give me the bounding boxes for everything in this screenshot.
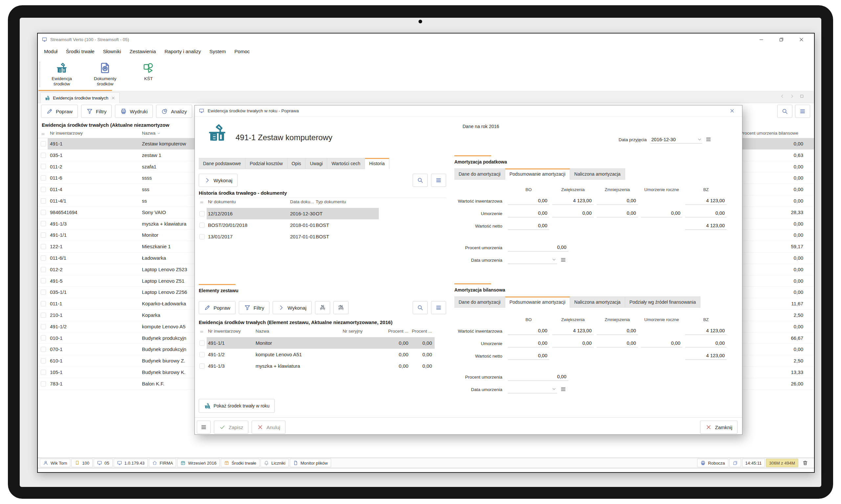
field-procent-umorzenia[interactable]: 0,00	[508, 372, 568, 381]
dialog-tab[interactable]: Uwagi	[305, 158, 327, 169]
pokaz-srodek-button[interactable]: Pokaż środek trwały w roku	[199, 399, 275, 413]
field-umorzenie-roczne[interactable]: 0,00	[641, 339, 682, 347]
chevron-down-icon[interactable]	[551, 386, 557, 391]
amortyzacja-tab[interactable]: Dane do amortyzacji	[454, 296, 505, 308]
assign-percent-button-2[interactable]	[333, 301, 349, 314]
column-nr-inwentarzowy[interactable]: Nr inwentarzowy	[50, 131, 83, 136]
menu-item[interactable]: Raporty i analizy	[160, 45, 205, 58]
field-bz[interactable]: 4 123,00	[685, 351, 727, 360]
field-bz[interactable]: 4 123,00	[685, 221, 727, 230]
field-zmniejszenia[interactable]: 0,00	[597, 326, 638, 335]
maximize-icon[interactable]	[778, 37, 784, 42]
history-search-button[interactable]	[413, 174, 428, 187]
field-data-umorzenia[interactable]	[508, 255, 557, 264]
row-checkbox[interactable]	[199, 352, 205, 357]
dialog-menu-button[interactable]	[197, 420, 211, 434]
data-przyjecia-field[interactable]: 2016-12-30	[650, 137, 702, 143]
row-checkbox[interactable]	[199, 234, 205, 239]
amortyzacja-tab[interactable]: Podsumowanie amortyzacji	[505, 168, 570, 180]
elementy-search-button[interactable]	[413, 301, 428, 314]
tab-scroll-left-icon[interactable]	[780, 94, 785, 98]
row-checkbox[interactable]	[41, 255, 46, 261]
menu-item[interactable]: Moduł	[40, 45, 62, 58]
row-checkbox[interactable]	[199, 211, 205, 216]
zapisz-button[interactable]: Zapisz	[214, 420, 248, 434]
dialog-tab[interactable]: Wartości cech	[327, 158, 365, 169]
chevron-down-icon[interactable]	[697, 137, 702, 142]
row-checkbox[interactable]	[41, 381, 46, 386]
field-bz[interactable]: 4 123,00	[685, 196, 727, 205]
chevron-down-icon[interactable]	[551, 257, 557, 262]
row-checkbox[interactable]	[199, 341, 205, 346]
row-checkbox[interactable]	[41, 358, 46, 363]
menu-item[interactable]: Środki trwałe	[62, 45, 99, 58]
column-procent-1[interactable]: Procent ...	[382, 329, 408, 334]
amortyzacja-tab[interactable]: Podziały wg źródeł finansowania	[625, 296, 700, 308]
field-bo[interactable]: 0,00	[508, 326, 549, 335]
field-bo[interactable]: 0,00	[508, 209, 549, 217]
element-row[interactable]: 491-1/2 kompute Lenovo A51 0,00 0,00	[199, 349, 446, 360]
row-checkbox[interactable]	[41, 153, 46, 158]
close-icon[interactable]	[799, 37, 804, 42]
history-menu-button[interactable]	[431, 174, 446, 187]
row-checkbox[interactable]	[41, 221, 46, 226]
row-checkbox[interactable]	[41, 290, 46, 295]
column-nazwa[interactable]: Nazwa	[256, 329, 269, 334]
field-bz[interactable]: 0,00	[685, 209, 727, 217]
elementy-menu-button[interactable]	[431, 301, 446, 314]
field-zmniejszenia[interactable]: 0,00	[597, 209, 638, 217]
grip-icon[interactable]	[41, 132, 45, 136]
row-checkbox[interactable]	[199, 363, 205, 369]
status-pages[interactable]	[729, 459, 741, 467]
field-zwiekszenia[interactable]: 0,00	[552, 339, 594, 347]
row-checkbox[interactable]	[41, 335, 46, 341]
search-button[interactable]	[777, 105, 792, 118]
row-checkbox[interactable]	[41, 267, 46, 272]
row-checkbox[interactable]	[41, 347, 46, 352]
wykonaj-button[interactable]: Wykonaj	[199, 174, 238, 187]
status-station[interactable]: 05	[94, 459, 112, 467]
field-zwiekszenia[interactable]: 4 123,00	[552, 326, 594, 335]
row-checkbox[interactable]	[41, 141, 46, 146]
element-row[interactable]: 491-1/3 myszka + klawiatura 0,00 0,00	[199, 360, 446, 372]
dialog-close-icon[interactable]	[729, 108, 735, 114]
row-checkbox[interactable]	[41, 301, 46, 306]
menu-item[interactable]: Pomoc	[230, 45, 254, 58]
column-typ-dokumentu[interactable]: Typ dokumentu	[316, 199, 346, 204]
tab-list-icon[interactable]	[800, 94, 804, 98]
status-firm[interactable]: FIRMA	[149, 459, 176, 467]
ribbon-button-ewidencja-srodkow[interactable]: Ewidencjaśrodków	[42, 60, 81, 89]
grip-icon[interactable]	[199, 329, 204, 334]
field-bo[interactable]: 0,00	[508, 221, 549, 230]
grip-icon[interactable]	[199, 200, 204, 204]
row-checkbox[interactable]	[41, 210, 46, 215]
field-bo[interactable]: 0,00	[508, 196, 549, 205]
status-period[interactable]: Wrzesień 2016	[177, 459, 220, 467]
row-checkbox[interactable]	[41, 175, 46, 181]
dialog-tab[interactable]: Historia	[365, 158, 389, 169]
status-module[interactable]: Środki trwałe	[221, 459, 260, 467]
status-memory[interactable]: 306M z 494M	[766, 459, 798, 467]
row-checkbox[interactable]	[41, 164, 46, 169]
wydruki-button[interactable]: Wydruki	[115, 105, 153, 118]
elementy-popraw-button[interactable]: Popraw	[199, 301, 235, 314]
dialog-tab[interactable]: Dane podstawowe	[199, 158, 245, 169]
filtry-button[interactable]: Filtry	[81, 105, 112, 118]
amortyzacja-tab[interactable]: Naliczona amortyzacja	[570, 296, 625, 308]
column-data-dokumentu[interactable]: Data doku...	[290, 199, 314, 204]
row-checkbox[interactable]	[41, 244, 46, 249]
analizy-button[interactable]: Analizy	[156, 105, 192, 118]
dialog-tab[interactable]: Podział kosztów	[245, 158, 287, 169]
status-monitor-plikow[interactable]: Monitor plików	[290, 459, 331, 467]
field-menu-icon[interactable]	[560, 257, 566, 263]
zamknij-button[interactable]: Zamknij	[700, 420, 737, 434]
amortyzacja-tab[interactable]: Naliczona amortyzacja	[570, 168, 625, 180]
field-zwiekszenia[interactable]: 4 123,00	[552, 196, 594, 205]
row-checkbox[interactable]	[41, 232, 46, 238]
field-data-umorzenia[interactable]	[508, 385, 557, 393]
table-menu-button[interactable]	[795, 105, 810, 118]
field-bz[interactable]: 4 123,00	[685, 326, 727, 335]
history-row[interactable]: BOST/20/01/2018 2018-01-01 BOST	[199, 219, 446, 231]
amortyzacja-tab[interactable]: Podsumowanie amortyzacji	[505, 296, 570, 308]
menu-item[interactable]: Słowniki	[99, 45, 125, 58]
